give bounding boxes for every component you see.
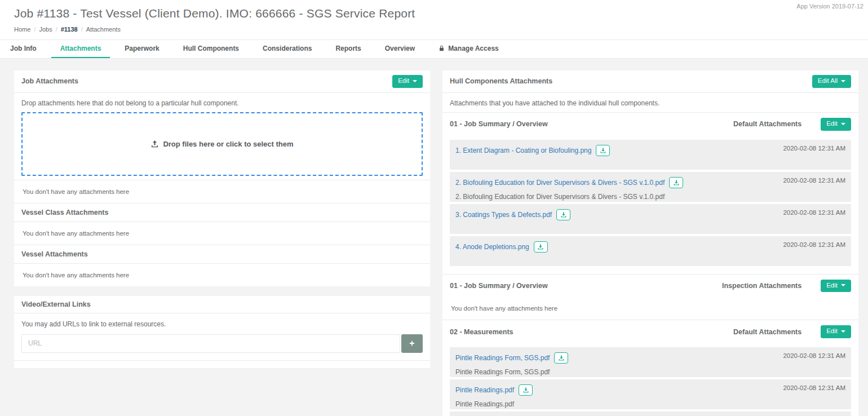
download-icon xyxy=(600,147,606,154)
empty-message: You don't have any attachments here xyxy=(442,297,858,320)
download-icon xyxy=(537,244,544,250)
tab-reports[interactable]: Reports xyxy=(326,40,370,58)
edit-all-button-label: Edit All xyxy=(818,77,838,85)
caret-down-icon xyxy=(841,123,845,125)
links-card-header: Video/External Links xyxy=(14,296,430,313)
category-label: Default Attachments xyxy=(733,120,801,128)
attachment-date: 2020-02-08 12:31 AM xyxy=(783,145,845,152)
tab-attachments[interactable]: Attachments xyxy=(51,40,110,58)
download-button[interactable] xyxy=(554,352,568,364)
right-column: Hull Components Attachments Edit All Att… xyxy=(442,70,858,416)
download-button[interactable] xyxy=(556,209,570,220)
section-edit-button[interactable]: Edit xyxy=(821,325,851,338)
component-name: 01 - Job Summary / Overview xyxy=(450,282,722,290)
upload-icon xyxy=(150,140,159,148)
hull-components-title: Hull Components Attachments xyxy=(450,77,552,85)
attachment-list: 1. Extent Diagram - Coating or Biofoulin… xyxy=(442,136,858,274)
breadcrumb-separator: / xyxy=(81,26,83,33)
component-name: 01 - Job Summary / Overview xyxy=(450,120,733,128)
tab-overview[interactable]: Overview xyxy=(376,40,424,58)
download-icon xyxy=(522,387,529,393)
video-external-links-card: Video/External Links You may add URLs to… xyxy=(14,296,430,368)
hull-components-sections: 01 - Job Summary / Overview Default Atta… xyxy=(442,112,858,416)
plus-icon xyxy=(409,340,415,347)
attachment-link[interactable]: 1. Extent Diagram - Coating or Biofoulin… xyxy=(455,147,591,154)
tab-label: Attachments xyxy=(60,45,101,52)
attachment-link[interactable]: Pintle Readings.pdf xyxy=(455,386,514,394)
vessel-attachments-title: Vessel Attachments xyxy=(14,245,430,264)
links-card-title: Video/External Links xyxy=(21,300,91,308)
category-label: Inspection Attachments xyxy=(722,282,801,290)
lock-icon xyxy=(439,45,445,51)
hull-component-section: 01 - Job Summary / Overview Default Atta… xyxy=(442,112,858,274)
tab-label: Overview xyxy=(385,45,415,52)
attachment-row: 1. Extent Diagram - Coating or Biofoulin… xyxy=(450,140,851,170)
attachment-date: 2020-02-08 12:31 AM xyxy=(783,241,845,248)
edit-button-label: Edit xyxy=(826,120,838,128)
attachment-subtitle: Pintle Readings.pdf xyxy=(455,400,845,408)
edit-all-button[interactable]: Edit All xyxy=(812,75,851,88)
attachment-row: 2. Biofouling Education for Diver Superv… xyxy=(450,172,851,202)
download-button[interactable] xyxy=(519,384,533,396)
tab-label: Job Info xyxy=(10,45,37,52)
breadcrumb-item[interactable]: Jobs xyxy=(39,26,52,33)
tab-considerations[interactable]: Considerations xyxy=(254,40,321,58)
section-edit-button[interactable]: Edit xyxy=(821,118,851,131)
download-icon xyxy=(560,211,567,218)
tab-hull-components[interactable]: Hull Components xyxy=(174,40,248,58)
caret-down-icon xyxy=(413,80,417,82)
download-button[interactable] xyxy=(596,145,610,156)
url-input[interactable] xyxy=(21,334,400,353)
empty-message: You don't have any attachments here xyxy=(14,222,430,245)
attachment-link[interactable]: 2. Biofouling Education for Diver Superv… xyxy=(455,179,665,187)
job-attachments-edit-button[interactable]: Edit xyxy=(392,75,423,88)
page-title: Job #1138 - Test Vessel (Client Demo). I… xyxy=(14,7,854,20)
tab-bar: Job Info Attachments Paperwork Hull Comp… xyxy=(0,39,868,59)
breadcrumb-item[interactable]: #1138 xyxy=(61,26,78,33)
job-attachments-card: Job Attachments Edit Drop attachments he… xyxy=(14,70,430,286)
attachment-date: 2020-02-08 12:31 AM xyxy=(783,177,845,184)
breadcrumb-item[interactable]: Home xyxy=(14,26,30,33)
add-url-button[interactable] xyxy=(401,334,423,353)
section-header: 01 - Job Summary / Overview Default Atta… xyxy=(442,112,858,136)
download-button[interactable] xyxy=(534,241,548,253)
edit-button-label: Edit xyxy=(826,282,838,290)
file-dropzone[interactable]: Drop files here or click to select them xyxy=(21,112,423,176)
empty-message: You don't have any attachments here xyxy=(14,180,430,203)
attachment-row: Pintle Readings.pdf 2020-02-08 12:31 AM … xyxy=(450,379,851,409)
breadcrumb-separator: / xyxy=(34,26,36,33)
attachment-date: 2020-02-08 12:31 AM xyxy=(783,352,845,359)
app-version: App Version 2019-07-12 xyxy=(796,3,863,10)
component-name: 02 - Measurements xyxy=(450,328,733,336)
caret-down-icon xyxy=(841,284,845,286)
dropzone-label: Drop files here or click to select them xyxy=(163,140,293,148)
tab-manage-access[interactable]: Manage Access xyxy=(429,40,508,58)
edit-button-label: Edit xyxy=(398,77,409,85)
tab-label: Considerations xyxy=(263,45,312,52)
attachment-link[interactable]: 3. Coatings Types & Defects.pdf xyxy=(455,211,552,219)
tab-paperwork[interactable]: Paperwork xyxy=(116,40,168,58)
hull-component-section: 01 - Job Summary / Overview Inspection A… xyxy=(442,274,858,320)
vessel-class-attachments-title: Vessel Class Attachments xyxy=(14,203,430,222)
breadcrumb-item: Attachments xyxy=(86,26,121,33)
tab-job-info[interactable]: Job Info xyxy=(1,40,46,58)
section-header: 02 - Measurements Default Attachments Ed… xyxy=(442,320,858,343)
empty-message: You don't have any attachments here xyxy=(14,264,430,286)
category-label: Default Attachments xyxy=(733,328,801,336)
attachment-row: Pintle Readings Form, SGS.pdf 2020-02-08… xyxy=(450,347,851,377)
edit-button-label: Edit xyxy=(826,328,838,335)
download-button[interactable] xyxy=(669,177,683,188)
links-description: You may add URLs to link to external res… xyxy=(21,320,423,328)
tab-label: Paperwork xyxy=(125,45,159,52)
content: Job Attachments Edit Drop attachments he… xyxy=(0,59,868,416)
breadcrumb-separator: / xyxy=(56,26,57,33)
download-icon xyxy=(673,179,680,186)
caret-down-icon xyxy=(841,330,845,333)
attachment-link[interactable]: 4. Anode Depletions.png xyxy=(455,243,529,251)
section-edit-button[interactable]: Edit xyxy=(821,280,851,293)
hull-components-header: Hull Components Attachments Edit All xyxy=(442,70,858,93)
attachment-link[interactable]: Pintle Readings Form, SGS.pdf xyxy=(455,354,550,362)
job-attachments-description: Drop attachments here that do not belong… xyxy=(14,93,430,112)
attachment-row: 3. Coatings Types & Defects.pdf 2020-02-… xyxy=(450,204,851,234)
attachment-date: 2020-02-08 12:31 AM xyxy=(783,209,845,216)
